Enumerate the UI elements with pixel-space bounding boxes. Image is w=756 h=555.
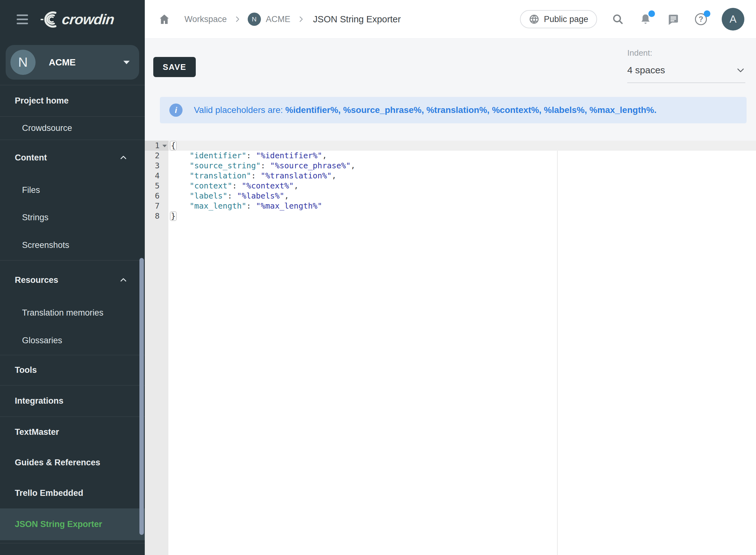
topbar-actions: Public page ? — [520, 0, 744, 38]
gutter-line-number: 2 — [145, 151, 168, 161]
project-selector[interactable]: N ACME — [6, 45, 139, 80]
info-banner: i Valid placeholders are: %identifier%, … — [160, 97, 747, 123]
sidebar-item-project-settings[interactable]: Project settings — [0, 543, 145, 555]
sidebar-item-screenshots[interactable]: Screenshots — [0, 231, 145, 259]
code-line: "identifier": "%identifier%", — [168, 151, 756, 161]
sidebar-item-label: Project home — [15, 96, 69, 106]
project-name: ACME — [49, 57, 76, 68]
sidebar-item-label: Resources — [15, 275, 58, 285]
code-line: "context": "%context%", — [168, 181, 756, 191]
sidebar-item-glossaries[interactable]: Glossaries — [0, 327, 145, 354]
gutter-line-number: 4 — [145, 171, 168, 181]
sidebar-item-integrations[interactable]: Integrations — [0, 385, 145, 417]
sidebar-item-trello-embedded[interactable]: Trello Embedded — [0, 478, 145, 508]
gutter-line-number: 8 — [145, 211, 168, 221]
info-banner-text: Valid placeholders are: %identifier%, %s… — [194, 105, 657, 115]
sidebar-item-label: Strings — [22, 213, 48, 222]
code-line: "max_length": "%max_length%" — [168, 201, 756, 211]
gutter-line-number: 7 — [145, 201, 168, 211]
public-page-label: Public page — [544, 14, 588, 24]
sidebar-item-project-home[interactable]: Project home — [0, 85, 145, 117]
spacer — [0, 80, 145, 85]
sidebar-item-guides-references[interactable]: Guides & References — [0, 447, 145, 478]
sidebar-header: crowdin — [0, 0, 145, 39]
breadcrumb-project-avatar: N — [248, 12, 261, 26]
sidebar-item-label: Integrations — [15, 396, 64, 406]
help-button[interactable]: ? — [694, 12, 708, 26]
sidebar-item-label: Glossaries — [22, 336, 62, 345]
messages-button[interactable] — [666, 12, 680, 26]
public-page-button[interactable]: Public page — [520, 10, 597, 28]
sidebar-item-strings[interactable]: Strings — [0, 204, 145, 231]
project-avatar: N — [10, 50, 36, 75]
sidebar-item-label: Content — [15, 153, 47, 163]
sidebar-item-label: Trello Embedded — [15, 488, 83, 498]
breadcrumb-project[interactable]: ACME — [266, 14, 291, 24]
indent-control: Indent: 4 spaces — [627, 48, 745, 83]
chevron-right-icon — [234, 16, 241, 23]
sidebar-item-label: Translation memories — [22, 308, 103, 318]
gutter-line-number: 6 — [145, 191, 168, 201]
sidebar-item-label: Files — [22, 185, 40, 195]
home-icon[interactable] — [158, 13, 171, 26]
breadcrumb-workspace[interactable]: Workspace — [184, 14, 227, 24]
sidebar-item-json-string-exporter[interactable]: JSON String Exporter — [0, 508, 145, 540]
sidebar-item-content[interactable]: Content — [0, 142, 145, 173]
breadcrumb-current-page: JSON String Exporter — [313, 14, 401, 25]
sidebar-item-label: TextMaster — [15, 427, 59, 437]
sidebar-item-crowdsource[interactable]: Crowdsource — [0, 117, 145, 140]
code-line: "labels": "%labels%", — [168, 191, 756, 201]
info-banner-placeholders: %identifier%, %source_phrase%, %translat… — [286, 105, 657, 115]
user-avatar[interactable]: A — [722, 8, 744, 31]
chevron-up-icon — [119, 154, 127, 162]
globe-icon — [529, 14, 540, 25]
code-editor: 12345678 { "identifier": "%identifier%",… — [145, 141, 756, 555]
topbar: Workspace N ACME JSON String Exporter Pu… — [145, 0, 756, 39]
editor-code-area[interactable]: { "identifier": "%identifier%", "source_… — [168, 141, 756, 555]
sidebar-item-label: JSON String Exporter — [15, 519, 102, 529]
indent-select[interactable]: 4 spaces — [627, 65, 745, 83]
sidebar-item-files[interactable]: Files — [0, 176, 145, 204]
caret-down-icon — [123, 61, 130, 64]
gutter-line-number: 3 — [145, 161, 168, 171]
sidebar-item-translation-memories[interactable]: Translation memories — [0, 299, 145, 327]
sidebar-scrollbar-thumb[interactable] — [139, 258, 144, 535]
gutter-line-number: 1 — [145, 141, 168, 151]
save-button[interactable]: SAVE — [153, 57, 196, 77]
sidebar-item-label: Tools — [15, 365, 37, 375]
hamburger-menu-icon[interactable] — [17, 14, 28, 24]
editor-gutter: 12345678 — [145, 141, 168, 555]
sidebar-item-label: Crowdsource — [22, 123, 72, 133]
gutter-line-number: 5 — [145, 181, 168, 191]
sidebar-nav: Project homeCrowdsourceContentFilesStrin… — [0, 85, 145, 555]
sidebar-item-resources[interactable]: Resources — [0, 265, 145, 295]
search-button[interactable] — [611, 12, 625, 26]
sidebar-item-textmaster[interactable]: TextMaster — [0, 417, 145, 447]
chevron-up-icon — [119, 276, 127, 284]
chat-icon — [667, 13, 679, 26]
sidebar-item-tools[interactable]: Tools — [0, 355, 145, 385]
sidebar-item-label: Guides & References — [15, 458, 100, 468]
notification-badge-dot — [648, 10, 655, 17]
chevron-right-icon — [297, 16, 304, 23]
sidebar-divider — [0, 140, 145, 140]
search-icon — [612, 13, 624, 26]
crowdin-logo-mark-icon — [40, 10, 60, 29]
code-line: { — [168, 141, 756, 151]
indent-selected-value: 4 spaces — [627, 65, 665, 76]
info-icon: i — [169, 103, 182, 117]
chevron-down-icon — [736, 66, 745, 75]
notifications-button[interactable] — [639, 12, 653, 26]
sidebar-item-label: Screenshots — [22, 240, 69, 250]
help-badge-dot — [704, 10, 710, 17]
code-line: "translation": "%translation%", — [168, 171, 756, 181]
sidebar: crowdin N ACME Project homeCrowdsourceCo… — [0, 0, 145, 555]
crowdin-logo[interactable]: crowdin — [40, 10, 114, 29]
code-line: } — [168, 211, 756, 221]
info-banner-prefix: Valid placeholders are: — [194, 105, 286, 115]
fold-arrow-icon[interactable] — [162, 145, 167, 147]
crowdin-logo-text: crowdin — [61, 11, 115, 28]
code-line: "source_string": "%source_phrase%", — [168, 161, 756, 171]
indent-label: Indent: — [627, 48, 745, 58]
sidebar-divider — [0, 260, 145, 260]
